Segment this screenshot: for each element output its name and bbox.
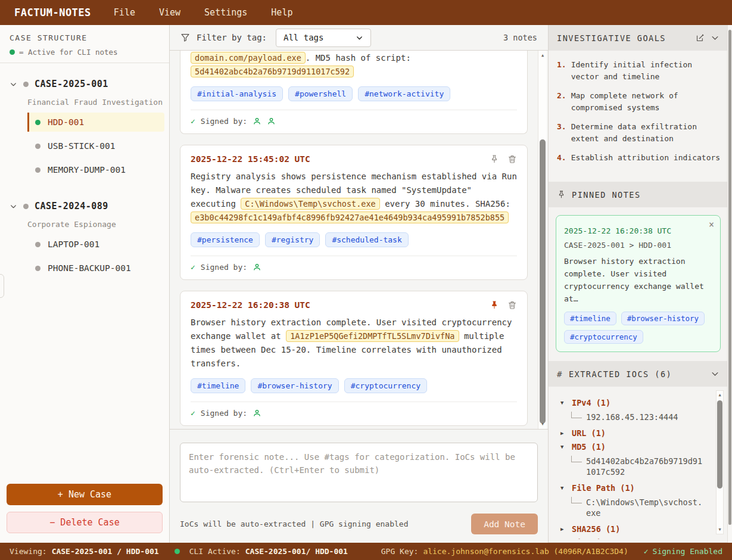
new-case-button[interactable]: + New Case [7, 484, 163, 505]
scroll-up-icon[interactable]: ▲ [541, 51, 544, 60]
tag-chip[interactable]: #scheduled-task [325, 232, 408, 247]
tree-branch-icon [571, 497, 582, 503]
tag-filter-select[interactable]: All tags [276, 29, 371, 47]
tag-chip[interactable]: #network-activity [358, 86, 450, 101]
note-card: domain.com/payload.exe. MD5 hash of scri… [180, 51, 528, 134]
tag-chip[interactable]: #registry [265, 232, 320, 247]
evidence-item-laptop-001[interactable]: LAPTOP-001 [27, 235, 164, 254]
tag-chip[interactable]: #initial-analysis [191, 86, 283, 101]
case-id: CASE-2025-001 [35, 79, 108, 89]
note-text: domain.com/payload.exe. MD5 hash of scri… [191, 51, 517, 79]
check-icon: ✓ [191, 117, 195, 126]
ioc-highlight[interactable]: domain.com/payload.exe [191, 52, 306, 64]
ioc-group-url[interactable]: ▶URL (1) [560, 428, 712, 438]
tag-chip[interactable]: #timeline [564, 312, 616, 325]
goal-text: Map complete network of compromised syst… [571, 90, 721, 114]
ioc-highlight[interactable]: C:\Windows\Temp\svchost.exe [241, 198, 379, 210]
scroll-down-icon[interactable]: ▼ [541, 419, 544, 429]
notes-scrollbar-thumb[interactable] [540, 139, 546, 424]
ioc-value-row[interactable]: 192.168.45.123:4444 [571, 412, 712, 422]
ioc-value: 192.168.45.123:4444 [586, 412, 678, 422]
edit-goals-icon[interactable] [696, 33, 705, 42]
sidebar-scrollbar-thumb[interactable] [0, 274, 4, 298]
ioc-highlight[interactable]: 5d41402abc4b2a76b9719d911017c592 [191, 66, 354, 77]
goal-item: 2.Map complete network of compromised sy… [557, 90, 721, 114]
composer-footer: IoCs will be auto-extracted | GPG signin… [180, 514, 538, 534]
note-card: 2025-12-22 15:45:02 UTCRegistry analysis… [180, 145, 528, 280]
ioc-value: 5d41402abc4b2a76b9719d911017c592 [586, 456, 705, 477]
goal-text: Determine data exfiltration extent and d… [571, 121, 721, 145]
gpg-key-value: alice.johnson@forensics.lab (4096R/A1B2C… [423, 547, 628, 556]
ioc-group-file[interactable]: ▼File Path (1) [560, 483, 712, 493]
note-text: Registry analysis shows persistence mech… [191, 170, 517, 225]
close-icon[interactable]: × [709, 219, 714, 230]
ioc-group-sha256[interactable]: ▶SHA256 (1) [560, 524, 712, 534]
delete-case-button[interactable]: − Delete Case [7, 512, 163, 533]
chevron-down-icon [10, 203, 17, 210]
context-sidebar: INVESTIGATIVE GOALS 1.Identify initial i… [548, 25, 732, 543]
menu-item-settings[interactable]: Settings [204, 7, 247, 18]
evidence-label: HDD-001 [48, 117, 84, 127]
note-input[interactable] [180, 443, 538, 502]
ioc-group-bitcoin[interactable]: ▶Bitcoin (1) [560, 538, 712, 539]
notes-scrollbar[interactable]: ▲ ▼ [538, 51, 547, 429]
note-timestamp: 2025-12-22 16:20:38 UTC [191, 300, 310, 310]
tag-chip[interactable]: #browser-history [251, 378, 338, 393]
pin-icon [557, 190, 566, 199]
evidence-item-memory-dump-001[interactable]: MEMORY-DUMP-001 [27, 160, 164, 179]
goal-item: 3.Determine data exfiltration extent and… [557, 121, 721, 145]
trash-icon[interactable] [507, 154, 517, 164]
pinned-title: PINNED NOTES [572, 190, 641, 200]
pinned-note-breadcrumb: CASE-2025-001 > HDD-001 [564, 241, 712, 250]
note-tags: #timeline#browser-history#cryptocurrency [191, 378, 517, 393]
notes-list: ▲ ▼ domain.com/payload.exe. MD5 hash of … [170, 51, 548, 429]
tag-chip[interactable]: #cryptocurrency [344, 378, 427, 393]
ioc-highlight[interactable]: 1A1zP1eP5QGefi2DMPTfTL5SLmv7DivfNa [286, 330, 459, 342]
menubar: FACTUM-NOTES FileViewSettingsHelp [0, 0, 732, 25]
menu-item-help[interactable]: Help [271, 7, 292, 18]
ioc-highlight[interactable]: e3b0c44298fc1c149afbf4c8996fb92427ae41e4… [191, 211, 509, 223]
ioc-group-ipv4[interactable]: ▼IPv4 (1) [560, 398, 712, 407]
note-header: 2025-12-22 16:20:38 UTC [191, 300, 517, 310]
collapse-goals-icon[interactable] [711, 33, 719, 42]
tag-chip[interactable]: #persistence [191, 232, 260, 247]
evidence-item-phone-backup-001[interactable]: PHONE-BACKUP-001 [27, 259, 164, 278]
pin-icon[interactable] [490, 154, 499, 164]
evidence-dot-icon [35, 266, 41, 271]
menu-item-view[interactable]: View [159, 7, 180, 18]
status-bar: Viewing: CASE-2025-001 / HDD-001 CLI Act… [0, 543, 732, 560]
ioc-scrollbar[interactable]: ▲ ▼ [716, 390, 724, 534]
ioc-group-md5[interactable]: ▼MD5 (1) [560, 442, 712, 452]
evidence-item-usb-stick-001[interactable]: USB-STICK-001 [27, 136, 164, 155]
tag-chip[interactable]: #timeline [191, 378, 245, 393]
trash-icon[interactable] [507, 300, 517, 310]
tag-chip[interactable]: #cryptocurrency [564, 330, 643, 344]
ioc-scrollbar-thumb[interactable] [717, 400, 722, 489]
tag-chip[interactable]: #browser-history [621, 312, 705, 325]
add-note-button[interactable]: Add Note [471, 514, 538, 534]
ioc-category-label: MD5 (1) [572, 442, 606, 452]
triangle-down-icon: ▼ [560, 444, 567, 450]
cli-active-indicator-icon [175, 549, 180, 554]
goal-text: Establish attribution indicators [571, 152, 720, 164]
filter-icon [180, 33, 190, 42]
evidence-item-hdd-001[interactable]: HDD-001 [27, 113, 164, 132]
sidebar-scrollbar[interactable] [727, 25, 732, 543]
evidence-label: LAPTOP-001 [48, 239, 99, 249]
case-row[interactable]: CASE-2025-001 [10, 79, 164, 89]
case-row[interactable]: CASE-2024-089 [10, 201, 164, 211]
scroll-up-icon[interactable]: ▲ [718, 391, 721, 399]
sidebar-header: CASE STRUCTURE = Active for CLI notes [0, 25, 169, 63]
goal-item: 1.Identify initial infection vector and … [557, 59, 721, 83]
goal-number: 4. [557, 152, 566, 164]
ioc-value-row[interactable]: 5d41402abc4b2a76b9719d911017c592 [571, 456, 712, 477]
sidebar-scrollbar-thumb[interactable] [728, 30, 731, 525]
menu-item-file[interactable]: File [114, 7, 135, 18]
pin-icon[interactable] [490, 300, 499, 310]
tag-chip[interactable]: #powershell [288, 86, 353, 101]
goal-item: 4.Establish attribution indicators [557, 152, 721, 164]
scroll-down-icon[interactable]: ▼ [718, 525, 721, 534]
evidence-dot-icon [35, 144, 41, 149]
ioc-value-row[interactable]: C:\Windows\Temp\svchost.exe [571, 497, 712, 518]
collapse-iocs-icon[interactable] [711, 369, 719, 378]
